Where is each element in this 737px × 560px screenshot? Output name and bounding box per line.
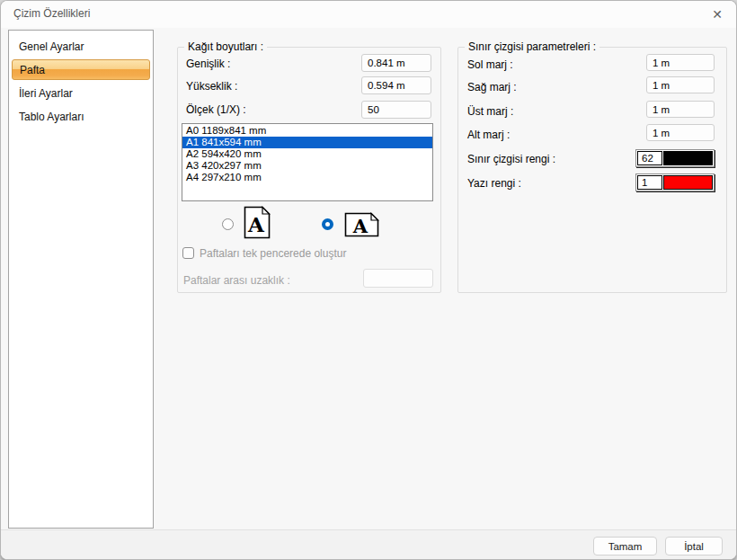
paper-size-option-a2[interactable]: A2 594x420 mm xyxy=(182,148,432,160)
landscape-radio[interactable] xyxy=(322,218,333,230)
bottom-margin-label: Alt marj : xyxy=(467,129,510,141)
border-color-index: 62 xyxy=(637,151,662,165)
right-margin-input[interactable]: 1 m xyxy=(646,76,715,93)
width-input[interactable]: 0.841 m xyxy=(361,54,431,72)
scale-input[interactable]: 50 xyxy=(361,101,431,119)
cancel-button[interactable]: İptal xyxy=(665,537,723,556)
paper-sizes-group: Kağıt boyutları : Genişlik : 0.841 m Yük… xyxy=(177,47,441,293)
bottom-margin-input[interactable]: 1 m xyxy=(646,124,715,141)
landscape-page-icon: A xyxy=(344,212,379,237)
svg-text:A: A xyxy=(352,215,368,237)
paper-size-option-a1[interactable]: A1 841x594 mm xyxy=(182,137,432,148)
border-color-label: Sınır çizgisi rengi : xyxy=(467,153,555,165)
title-bar: Çizim Özellikleri ✕ xyxy=(1,1,736,28)
left-margin-input[interactable]: 1 m xyxy=(646,54,715,71)
single-window-checkbox-label: Paftaları tek pencerede oluştur xyxy=(200,247,346,260)
close-icon[interactable]: ✕ xyxy=(707,4,727,24)
text-color-index: 1 xyxy=(637,175,662,190)
drawing-properties-dialog: Çizim Özellikleri ✕ Genel Ayarlar Pafta … xyxy=(0,0,737,560)
portrait-page-icon: A xyxy=(244,206,271,239)
top-margin-input[interactable]: 1 m xyxy=(646,101,715,118)
paper-size-list[interactable]: A0 1189x841 mm A1 841x594 mm A2 594x420 … xyxy=(182,123,433,201)
sidebar-item-genel-ayarlar[interactable]: Genel Ayarlar xyxy=(12,36,150,57)
portrait-radio[interactable] xyxy=(222,218,234,230)
paper-size-option-a3[interactable]: A3 420x297 mm xyxy=(182,160,432,172)
left-margin-label: Sol marj : xyxy=(467,58,513,71)
scale-label: Ölçek (1/X) : xyxy=(186,103,246,116)
ok-button[interactable]: Tamam xyxy=(593,537,657,556)
text-color-picker[interactable]: 1 xyxy=(635,173,715,191)
dialog-title: Çizim Özellikleri xyxy=(13,7,90,20)
sheet-distance-label: Paftalar arası uzaklık : xyxy=(183,274,290,287)
svg-text:A: A xyxy=(247,212,265,236)
sidebar-item-ileri-ayarlar[interactable]: İleri Ayarlar xyxy=(12,83,150,103)
paper-size-option-a0[interactable]: A0 1189x841 mm xyxy=(182,125,432,137)
border-line-group: Sınır çizgisi parametreleri : Sol marj :… xyxy=(457,47,727,293)
border-line-group-title: Sınır çizgisi parametreleri : xyxy=(465,40,599,53)
width-label: Genişlik : xyxy=(186,58,230,70)
border-color-swatch[interactable] xyxy=(663,151,713,165)
height-label: Yükseklik : xyxy=(186,80,237,93)
sidebar-item-pafta[interactable]: Pafta xyxy=(12,59,150,80)
text-color-swatch[interactable] xyxy=(663,175,713,190)
paper-size-option-a4[interactable]: A4 297x210 mm xyxy=(182,172,432,183)
height-input[interactable]: 0.594 m xyxy=(361,76,431,94)
top-margin-label: Üst marj : xyxy=(467,105,513,118)
settings-nav: Genel Ayarlar Pafta İleri Ayarlar Tablo … xyxy=(8,30,154,529)
text-color-label: Yazı rengi : xyxy=(467,177,521,190)
border-color-picker[interactable]: 62 xyxy=(635,149,715,167)
paper-sizes-group-title: Kağıt boyutları : xyxy=(184,40,267,53)
sheet-distance-input[interactable] xyxy=(363,269,433,288)
sidebar-item-tablo-ayarlari[interactable]: Tablo Ayarları xyxy=(12,106,150,127)
single-window-checkbox[interactable] xyxy=(182,247,194,259)
footer: Tamam İptal xyxy=(1,530,736,560)
right-margin-label: Sağ marj : xyxy=(467,81,517,93)
